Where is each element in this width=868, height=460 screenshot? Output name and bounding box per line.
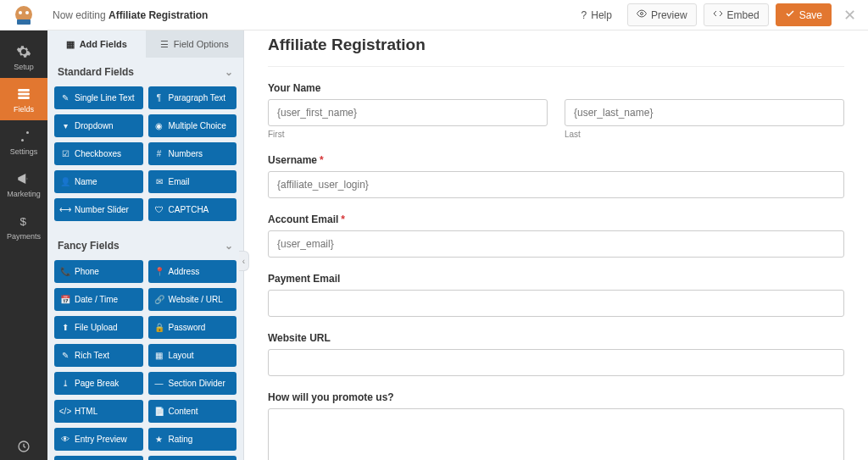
section-fancy-fields[interactable]: Fancy Fields ⌄ (47, 231, 243, 260)
promote-label: How will you promote us? (268, 391, 844, 403)
svg-rect-3 (17, 19, 31, 25)
field-name[interactable]: 👤Name (54, 170, 143, 193)
email-icon: ✉ (155, 177, 164, 186)
field-single-line-text[interactable]: ✎Single Line Text (54, 86, 143, 109)
preview-label: Preview (651, 9, 687, 21)
tab-add-fields[interactable]: ▦ Add Fields (47, 30, 146, 58)
field-password-label: Password (169, 323, 206, 332)
field-entry-preview[interactable]: 👁Entry Preview (54, 428, 143, 451)
svg-point-8 (26, 131, 29, 134)
field-checkboxes[interactable]: ☑Checkboxes (54, 142, 143, 165)
first-sublabel: First (268, 130, 548, 139)
field-rich-text[interactable]: ✎Rich Text (54, 344, 143, 367)
close-icon[interactable]: ✕ (838, 6, 861, 25)
page-break-icon: ⤓ (61, 379, 70, 388)
multiple-choice-icon: ◉ (155, 121, 164, 130)
last-name-input[interactable] (565, 99, 844, 126)
fields-icon (16, 86, 31, 102)
field-file-upload[interactable]: ⬆File Upload (54, 316, 143, 339)
now-editing-name: Affiliate Registration (108, 9, 208, 21)
field-email[interactable]: ✉Email (148, 170, 237, 193)
field-password[interactable]: 🔒Password (148, 316, 237, 339)
entry-preview-icon: 👁 (61, 435, 70, 444)
section-fancy-label: Fancy Fields (58, 240, 120, 252)
tab-field-options[interactable]: ☰ Field Options (146, 30, 244, 58)
field-hidden-field[interactable]: ▭Hidden Field (54, 456, 143, 460)
chevron-down-icon: ⌄ (225, 66, 233, 78)
field-section-divider[interactable]: —Section Divider (148, 372, 237, 395)
number-slider-icon: ⟷ (61, 205, 70, 214)
field-page-break[interactable]: ⤓Page Break (54, 372, 143, 395)
field-number-slider[interactable]: ⟷Number Slider (54, 198, 143, 221)
svg-point-1 (19, 11, 22, 14)
embed-button[interactable]: Embed (704, 3, 769, 26)
sliders-icon (16, 129, 31, 144)
field-captcha-label: CAPTCHA (169, 205, 209, 214)
field-numbers-label: Numbers (169, 149, 203, 158)
website-url-label: Website URL (268, 332, 844, 344)
field-page-break-label: Page Break (75, 379, 119, 388)
sidenav-payments[interactable]: $ Payments (0, 205, 47, 247)
sidenav-setup-label: Setup (14, 63, 34, 71)
field-phone-label: Phone (75, 267, 99, 276)
history-button[interactable] (0, 440, 47, 453)
field-address[interactable]: 📍Address (148, 260, 237, 283)
first-name-input[interactable] (268, 99, 548, 126)
field-layout-label: Layout (169, 351, 194, 360)
sidenav-payments-label: Payments (7, 232, 41, 241)
field-content-label: Content (169, 407, 198, 416)
layout-icon: ▦ (155, 351, 164, 360)
sidenav-fields[interactable]: Fields (0, 78, 47, 120)
field-website-url-label: Website / URL (169, 295, 223, 304)
field-multiple-choice[interactable]: ◉Multiple Choice (148, 114, 237, 137)
rich-text-icon: ✎ (61, 351, 70, 360)
field-dropdown[interactable]: ▾Dropdown (54, 114, 143, 137)
field-single-line-text-label: Single Line Text (75, 93, 134, 103)
preview-button[interactable]: Preview (627, 3, 697, 26)
sidenav-settings[interactable]: Settings (0, 120, 47, 163)
account-email-label-text: Account Email (268, 213, 338, 225)
field-numbers[interactable]: #Numbers (148, 142, 237, 165)
field-custom-captcha[interactable]: 🛡Custom Captcha (148, 456, 237, 460)
field-content[interactable]: 📄Content (148, 400, 237, 423)
save-button[interactable]: Save (776, 3, 832, 26)
field-html[interactable]: </>HTML (54, 400, 143, 423)
field-layout[interactable]: ▦Layout (148, 344, 237, 367)
help-button[interactable]: ? Help (573, 5, 620, 25)
field-rich-text-label: Rich Text (75, 351, 109, 360)
form-title: Affiliate Registration (268, 30, 844, 67)
numbers-icon: # (155, 149, 164, 158)
username-input[interactable] (268, 171, 844, 198)
phone-icon: 📞 (61, 267, 70, 276)
account-email-input[interactable] (268, 230, 844, 258)
dollar-icon: $ (16, 213, 31, 229)
dropdown-icon: ▾ (61, 121, 70, 130)
username-label: Username* (268, 154, 844, 166)
rating-icon: ★ (155, 435, 164, 444)
password-icon: 🔒 (155, 323, 164, 332)
sidenav-setup[interactable]: Setup (0, 36, 47, 78)
field-paragraph-text-label: Paragraph Text (169, 93, 226, 103)
field-paragraph-text[interactable]: ¶Paragraph Text (148, 86, 237, 109)
website-url-input[interactable] (268, 349, 844, 376)
tab-add-fields-label: Add Fields (80, 39, 127, 49)
field-address-label: Address (169, 267, 200, 276)
file-upload-icon: ⬆ (61, 323, 70, 332)
html-icon: </> (61, 407, 70, 416)
check-icon (785, 8, 795, 21)
field-rating[interactable]: ★Rating (148, 428, 237, 451)
promote-textarea[interactable] (268, 408, 844, 460)
field-website-url[interactable]: 🔗Website / URL (148, 288, 237, 311)
section-standard-fields[interactable]: Standard Fields ⌄ (47, 58, 243, 86)
field-phone[interactable]: 📞Phone (54, 260, 143, 283)
save-label: Save (799, 9, 822, 21)
now-editing-text: Now editing Affiliate Registration (53, 9, 208, 21)
field-date-time[interactable]: 📅Date / Time (54, 288, 143, 311)
field-captcha[interactable]: 🛡CAPTCHA (148, 198, 237, 221)
svg-rect-5 (18, 89, 30, 91)
code-icon (713, 8, 723, 21)
sidenav-marketing[interactable]: Marketing (0, 163, 47, 205)
paragraph-text-icon: ¶ (155, 93, 164, 103)
payment-email-input[interactable] (268, 290, 844, 317)
gear-icon (16, 44, 31, 59)
